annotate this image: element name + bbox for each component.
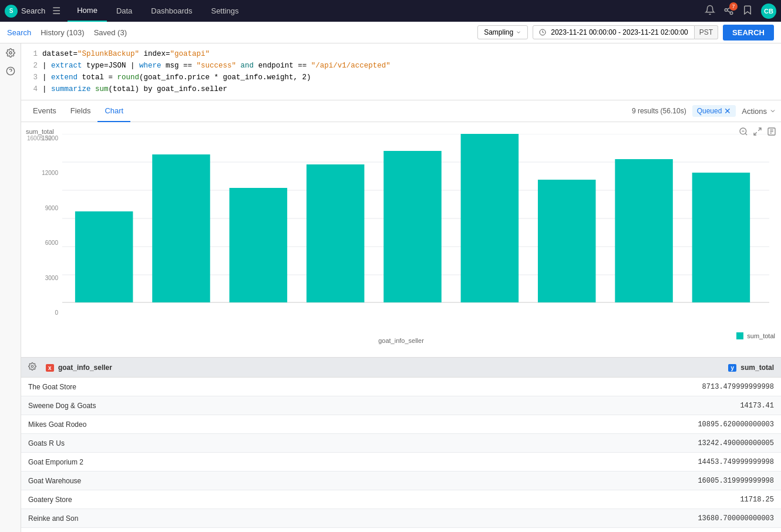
bar-chart-svg: The Goat Store Sweene ... Goats Mikes G.… — [62, 134, 769, 304]
queued-close[interactable]: ✕ — [724, 106, 731, 116]
bar-goat-warehouse[interactable] — [461, 134, 519, 302]
bar-goat-emporium[interactable] — [383, 151, 442, 302]
y-axis-ticks: 15000 12000 9000 6000 3000 0 — [26, 135, 58, 316]
settings-icon[interactable] — [6, 48, 15, 59]
help-icon[interactable] — [6, 66, 15, 78]
time-range-selector[interactable]: 2023-11-21 00:00:00 - 2023-11-21 02:00:0… — [533, 25, 695, 39]
y-tag: y — [728, 364, 736, 372]
cell-seller: Mikes Goat Rodeo — [28, 420, 657, 429]
search-tab[interactable]: Search — [7, 28, 31, 37]
app-logo: S — [5, 5, 18, 18]
search-bar: Search History (103) Saved (3) Sampling … — [0, 22, 781, 43]
table-row: Reinke and Son 13680.700000000003 — [21, 509, 781, 528]
chart-table-area: sum_total 16005.32 15000 12000 9000 6000… — [21, 122, 781, 532]
table-row: The Goat Store 8713.479999999998 — [21, 378, 781, 396]
notification-icon[interactable] — [705, 5, 715, 18]
cell-total: 14173.41 — [657, 402, 774, 410]
nav-right-icons: 7 CB — [705, 4, 776, 19]
bookmark-icon[interactable] — [742, 5, 753, 18]
actions-dropdown[interactable]: Actions — [742, 107, 776, 116]
svg-line-12 — [758, 128, 761, 131]
cell-seller: Reinke and Son — [28, 514, 657, 523]
cell-seller: The Goat Store — [28, 383, 657, 391]
chart-inner: sum_total 16005.32 15000 12000 9000 6000… — [21, 122, 781, 345]
line-num-2: 2 — [28, 60, 38, 72]
query-line-4: 4 | summarize sum(total) by goat_info.se… — [28, 83, 774, 95]
table-row: Manning the Goats 12321.050000000001 — [21, 528, 781, 532]
cell-seller: Goat Warehouse — [28, 477, 657, 485]
svg-point-2 — [730, 12, 733, 15]
sampling-label: Sampling — [484, 28, 513, 36]
bar-sweene-goats[interactable] — [152, 154, 210, 302]
avatar[interactable]: CB — [761, 4, 776, 19]
table-header: x goat_info_seller y sum_total — [21, 358, 781, 378]
cell-seller: Goat Emporium 2 — [28, 458, 657, 466]
query-editor[interactable]: 1 dataset="SplunkBackup" index="goatapi"… — [21, 43, 781, 100]
cell-total: 16005.319999999998 — [657, 477, 774, 485]
search-controls: Sampling 2023-11-21 00:00:00 - 2023-11-2… — [477, 25, 774, 41]
cell-total: 14453.749999999998 — [657, 458, 774, 466]
nav-tab-home[interactable]: Home — [68, 0, 107, 22]
query-line-2: 2 | extract type=JSON | where msg == "su… — [28, 60, 774, 72]
hamburger-menu[interactable]: ☰ — [52, 5, 60, 16]
cell-total: 13680.700000000003 — [657, 514, 774, 523]
nav-tab-data[interactable]: Data — [107, 0, 142, 22]
actions-label: Actions — [742, 107, 767, 116]
svg-point-6 — [9, 52, 12, 54]
line-num-1: 1 — [28, 48, 38, 60]
sampling-dropdown[interactable]: Sampling — [477, 25, 528, 39]
bar-mikes-rodeo[interactable] — [230, 188, 288, 302]
query-text-1: dataset="SplunkBackup" index="goatapi" — [42, 48, 210, 60]
bar-manning-goats[interactable] — [692, 173, 750, 302]
bar-reinke-son[interactable] — [615, 159, 673, 302]
download-icon[interactable] — [767, 127, 776, 139]
app-name-label: Search — [21, 6, 45, 15]
time-range-group: 2023-11-21 00:00:00 - 2023-11-21 02:00:0… — [533, 25, 718, 39]
table-row: Goat Warehouse 16005.319999999998 — [21, 472, 781, 490]
fullscreen-icon[interactable] — [753, 127, 762, 139]
nav-tab-dashboards[interactable]: Dashboards — [142, 0, 201, 22]
bar-the-goat-store[interactable] — [75, 211, 133, 302]
tab-chart[interactable]: Chart — [97, 100, 130, 122]
results-count: 9 results (56.10s) — [632, 107, 686, 115]
legend-label: sum_total — [747, 332, 775, 339]
svg-point-34 — [31, 365, 33, 368]
bar-goatery-store[interactable] — [538, 180, 596, 302]
table-settings-icon[interactable] — [28, 362, 36, 372]
table-row: Sweene Dog & Goats 14173.41 — [21, 396, 781, 415]
search-button[interactable]: SEARCH — [723, 25, 774, 41]
main-area: 1 dataset="SplunkBackup" index="goatapi"… — [0, 43, 781, 532]
timezone-badge: PST — [695, 25, 718, 39]
table-row: Goatery Store 11718.25 — [21, 490, 781, 509]
table-row: Mikes Goat Rodeo 10895.620000000003 — [21, 415, 781, 434]
chart-tools — [739, 127, 776, 139]
share-icon[interactable]: 7 — [723, 5, 734, 18]
bar-goats-r-us[interactable] — [307, 164, 365, 302]
cell-seller: Goats R Us — [28, 439, 657, 447]
cell-seller: Sweene Dog & Goats — [28, 402, 657, 410]
result-tabs: Events Fields Chart 9 results (56.10s) Q… — [21, 100, 781, 122]
x-tag: x — [46, 364, 54, 372]
tab-fields[interactable]: Fields — [63, 100, 98, 122]
zoom-out-icon[interactable] — [739, 127, 748, 139]
queued-label: Queued — [697, 107, 722, 115]
y-axis-label: sum_total — [26, 128, 54, 135]
query-text-4: | summarize sum(total) by goat_info.sell… — [42, 83, 227, 95]
cell-seller: Goatery Store — [28, 496, 657, 504]
table-rows: The Goat Store 8713.479999999998 Sweene … — [21, 378, 781, 532]
tab-events[interactable]: Events — [26, 100, 63, 122]
col-header-seller: x goat_info_seller — [46, 363, 652, 372]
history-tab[interactable]: History (103) — [41, 28, 84, 37]
svg-line-3 — [727, 11, 730, 12]
cell-total: 10895.620000000003 — [657, 420, 774, 429]
chart-area: sum_total 16005.32 15000 12000 9000 6000… — [21, 122, 781, 357]
col-seller-label: goat_info_seller — [58, 363, 112, 372]
saved-tab[interactable]: Saved (3) — [94, 28, 127, 37]
share-badge: 7 — [729, 2, 738, 11]
query-text-2: | extract type=JSON | where msg == "succ… — [42, 60, 390, 72]
tabs-right: 9 results (56.10s) Queued ✕ Actions — [632, 105, 776, 117]
nav-tab-settings[interactable]: Settings — [201, 0, 248, 22]
nav-tabs: Home Data Dashboards Settings — [68, 0, 248, 22]
x-axis-label: goat_info_seller — [378, 337, 424, 344]
query-line-1: 1 dataset="SplunkBackup" index="goatapi" — [28, 48, 774, 60]
